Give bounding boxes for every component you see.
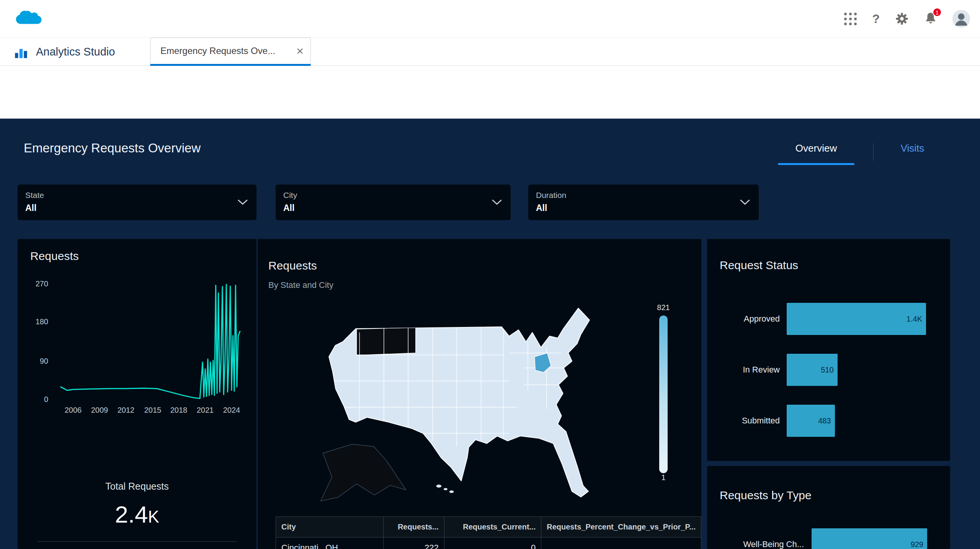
total-requests-value: 2.4K (18, 501, 256, 528)
app-name: Analytics Studio (36, 46, 115, 58)
state-alaska-dark (321, 444, 406, 501)
filter-value: All (536, 203, 547, 213)
notifications-bell-icon[interactable]: 1 (924, 11, 937, 26)
column-header: City (276, 517, 384, 538)
bar-label: Submitted (707, 405, 780, 437)
legend-max: 821 (644, 303, 683, 312)
dashboard-title: Emergency Requests Overview (24, 141, 201, 155)
chevron-down-icon (237, 199, 248, 205)
bar-value: 1.4K (906, 315, 922, 324)
state-hawaii (436, 485, 454, 493)
bar-approved[interactable]: 1.4K (787, 303, 926, 335)
column-header: Requests_Percent_Change_vs_Prior_P... (541, 517, 701, 538)
widget-title: Requests (30, 250, 79, 263)
filter-city[interactable]: City All (276, 185, 511, 220)
close-icon[interactable]: × (296, 45, 304, 57)
y-tick: 270 (25, 279, 48, 288)
requests-map-widget: Requests By State and City (258, 239, 701, 549)
global-header: ? 1 (0, 0, 980, 38)
x-tick: 2006 (60, 406, 87, 415)
status-bar-row: Approved 1.4K (707, 303, 950, 335)
us-map[interactable] (300, 296, 621, 507)
request-status-widget: Request Status Approved 1.4K In Review 5… (707, 239, 950, 461)
widget-title: Request Status (720, 259, 798, 272)
cell-city: Cincinnati , OH (276, 538, 384, 549)
widget-title: Requests by Type (720, 489, 812, 502)
x-tick: 2024 (218, 406, 245, 415)
city-requests-table: City Requests... Requests_Current... Req… (276, 516, 701, 549)
analytics-studio-icon (14, 44, 29, 59)
status-bar-row: In Review 510 (707, 354, 950, 386)
filter-label: Duration (536, 191, 566, 200)
avatar[interactable] (952, 10, 970, 28)
cell-requests: 222 (383, 538, 444, 549)
x-tick: 2012 (113, 406, 139, 415)
bar-value: 483 (818, 417, 831, 425)
tab-label: Emergency Requests Ove... (160, 46, 287, 56)
divider (38, 541, 237, 542)
y-tick: 90 (25, 357, 48, 366)
bar-submitted[interactable]: 483 (787, 405, 926, 437)
filter-duration[interactable]: Duration All (528, 185, 759, 220)
bar-label: Approved (707, 303, 780, 335)
cell-percent-change (541, 538, 701, 549)
table-header-row: City Requests... Requests_Current... Req… (276, 517, 701, 538)
settings-gear-icon[interactable] (895, 12, 909, 26)
tab-overview[interactable]: Overview (778, 142, 854, 154)
chevron-down-icon (492, 199, 502, 205)
tab-visits[interactable]: Visits (894, 142, 931, 154)
active-tab-underline (778, 163, 854, 165)
table-row[interactable]: Cincinnati , OH 222 0 (276, 538, 701, 549)
chevron-down-icon (740, 199, 750, 205)
document-toolbar: Emergency Requests Overview Data updated… (0, 66, 980, 119)
total-requests-label: Total Requests (18, 481, 256, 492)
bar-value: 929 (911, 540, 923, 549)
x-tick: 2009 (86, 406, 113, 415)
state-montana-dark (356, 328, 415, 355)
y-tick: 0 (25, 395, 48, 404)
requests-by-type-widget: Requests by Type Well-Being Ch... 929 (707, 466, 950, 549)
notification-badge: 1 (933, 8, 942, 17)
map-legend-gradient (659, 315, 668, 473)
filter-label: State (25, 191, 44, 200)
x-tick: 2015 (139, 406, 166, 415)
filter-value: All (283, 203, 294, 213)
cell-requests-current: 0 (444, 538, 541, 549)
type-bar-row: Well-Being Ch... 929 (707, 528, 950, 549)
bar-well-being[interactable]: 929 (812, 528, 927, 549)
widget-subtitle: By State and City (268, 280, 333, 290)
y-tick: 180 (25, 317, 48, 326)
tab-strip: Analytics Studio Emergency Requests Ove.… (0, 38, 980, 66)
legend-min: 1 (644, 473, 683, 482)
widget-title: Requests (268, 259, 317, 272)
help-icon[interactable]: ? (872, 12, 880, 26)
requests-line-chart[interactable] (54, 277, 252, 404)
app: ? 1 (0, 0, 980, 549)
column-header: Requests... (383, 517, 444, 538)
tab-divider (873, 143, 874, 161)
salesforce-logo[interactable] (14, 6, 47, 30)
requests-timeline-widget: Requests 270 180 90 0 2006 2009 2012 201… (18, 239, 256, 549)
bar-value: 510 (821, 366, 833, 374)
dashboard-canvas: Emergency Requests Overview Overview Vis… (0, 119, 980, 549)
app-launcher-icon[interactable] (844, 13, 857, 25)
filter-value: All (25, 203, 36, 213)
filter-state[interactable]: State All (18, 185, 256, 220)
bar-in-review[interactable]: 510 (787, 354, 926, 386)
header-actions: ? 1 (844, 0, 970, 38)
bar-label: In Review (707, 354, 780, 386)
x-tick: 2018 (165, 406, 192, 415)
bar-label: Well-Being Ch... (707, 528, 804, 549)
analytics-studio-home[interactable]: Analytics Studio (14, 38, 115, 66)
status-bar-row: Submitted 483 (707, 405, 950, 437)
tab-emergency-requests-overview[interactable]: Emergency Requests Ove... × (150, 38, 311, 66)
column-header: Requests_Current... (444, 517, 541, 538)
filter-label: City (283, 191, 297, 200)
x-tick: 2021 (192, 406, 219, 415)
